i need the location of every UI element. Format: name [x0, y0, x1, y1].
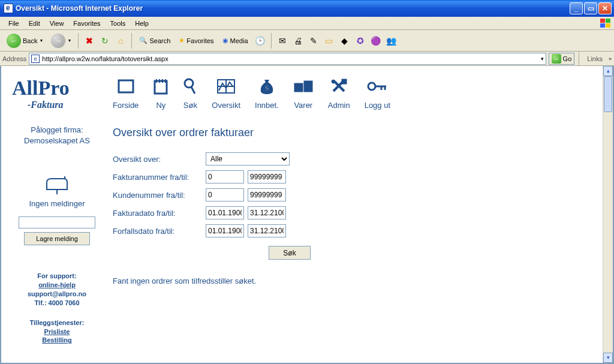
- page-icon: e: [31, 55, 40, 63]
- svg-rect-2: [600, 23, 605, 28]
- search-button[interactable]: 🔍 Search: [136, 35, 173, 46]
- separator-icon: [78, 33, 79, 49]
- media-icon: ◉: [222, 37, 228, 44]
- menu-help[interactable]: Help: [130, 19, 154, 28]
- forward-button[interactable]: → ▾: [48, 32, 74, 50]
- menu-tools[interactable]: Tools: [106, 19, 131, 28]
- refresh-button[interactable]: ↻: [98, 34, 112, 47]
- maximize-button[interactable]: ▭: [584, 2, 597, 14]
- menu-bar: File Edit View Favorites Tools Help: [0, 17, 614, 30]
- messenger-button[interactable]: ✪: [354, 34, 367, 47]
- toolbar: ← Back ▾ → ▾ ✖ ↻ ⌂ 🔍 Search ★ Favorites …: [0, 30, 614, 52]
- people-button[interactable]: 👥: [385, 34, 398, 47]
- menu-file[interactable]: File: [4, 19, 24, 28]
- research-button[interactable]: ◆: [338, 34, 351, 47]
- chevron-down-icon[interactable]: ▾: [541, 56, 544, 62]
- close-button[interactable]: ✕: [598, 2, 612, 14]
- url-text: http://allpro.w2w.no/faktura/totoversikt…: [42, 55, 538, 62]
- links-label[interactable]: Links: [583, 55, 606, 62]
- search-icon: 🔍: [139, 37, 148, 44]
- stop-button[interactable]: ✖: [83, 34, 96, 47]
- separator-icon: [271, 33, 272, 49]
- url-input[interactable]: e http://allpro.w2w.no/faktura/totoversi…: [29, 53, 546, 65]
- go-button[interactable]: → Go: [549, 53, 575, 65]
- star-icon: ★: [179, 37, 185, 44]
- svg-rect-1: [606, 19, 610, 23]
- forward-arrow-icon: →: [51, 34, 65, 48]
- back-button[interactable]: ← Back ▾: [4, 32, 46, 50]
- go-arrow-icon: →: [552, 54, 561, 64]
- svg-rect-3: [606, 23, 610, 28]
- address-label: Address: [2, 55, 26, 62]
- menu-edit[interactable]: Edit: [24, 19, 45, 28]
- menu-view[interactable]: View: [45, 19, 69, 28]
- separator-icon: [579, 51, 579, 67]
- windows-flag-icon: [600, 18, 612, 29]
- separator-icon: [131, 33, 132, 49]
- window-titlebar: Oversikt - Microsoft Internet Explorer _…: [0, 0, 614, 17]
- favorites-button[interactable]: ★ Favorites: [176, 35, 216, 46]
- window-title: Oversikt - Microsoft Internet Explorer: [16, 4, 570, 13]
- chevron-right-icon: »: [609, 56, 612, 62]
- svg-rect-0: [600, 19, 605, 23]
- media-button[interactable]: ◉ Media: [219, 35, 251, 46]
- mail-button[interactable]: ✉: [276, 34, 289, 47]
- home-button[interactable]: ⌂: [114, 34, 127, 47]
- menu-favorites[interactable]: Favorites: [68, 19, 105, 28]
- print-button[interactable]: 🖨: [291, 34, 305, 47]
- discuss-button[interactable]: ▭: [323, 34, 336, 47]
- minimize-button[interactable]: _: [570, 2, 583, 14]
- back-arrow-icon: ←: [7, 34, 21, 48]
- history-button[interactable]: 🕑: [254, 34, 267, 47]
- yahoo-button[interactable]: 🟣: [369, 34, 383, 47]
- ie-icon: [4, 4, 13, 13]
- address-bar: Address e http://allpro.w2w.no/faktura/t…: [0, 52, 614, 66]
- edit-button[interactable]: ✎: [307, 34, 320, 47]
